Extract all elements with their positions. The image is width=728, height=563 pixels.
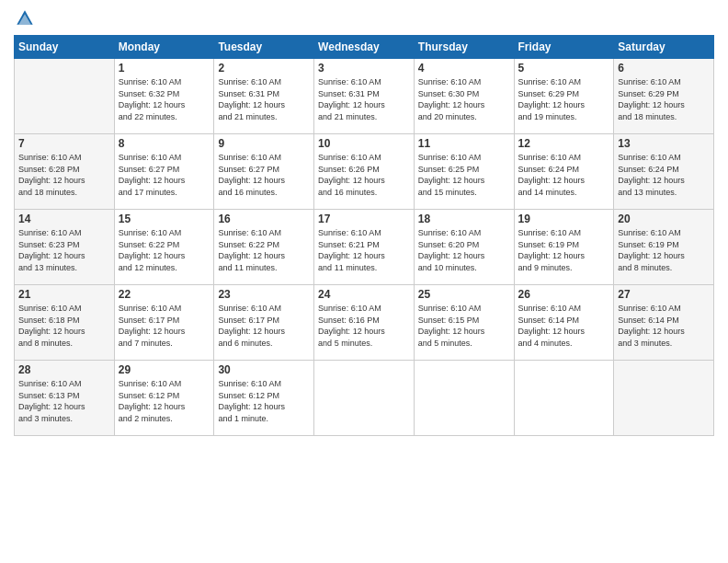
day-cell: 24Sunrise: 6:10 AM Sunset: 6:16 PM Dayli…: [314, 285, 415, 361]
day-cell: 12Sunrise: 6:10 AM Sunset: 6:24 PM Dayli…: [514, 134, 614, 210]
header-cell-thursday: Thursday: [414, 36, 514, 59]
day-cell: 25Sunrise: 6:10 AM Sunset: 6:15 PM Dayli…: [414, 285, 514, 361]
week-row-4: 28Sunrise: 6:10 AM Sunset: 6:13 PM Dayli…: [15, 361, 714, 436]
day-cell: 22Sunrise: 6:10 AM Sunset: 6:17 PM Dayli…: [114, 285, 214, 361]
day-info: Sunrise: 6:10 AM Sunset: 6:29 PM Dayligh…: [618, 76, 710, 122]
day-cell: 13Sunrise: 6:10 AM Sunset: 6:24 PM Dayli…: [614, 134, 714, 210]
logo: [14, 9, 34, 28]
header-cell-saturday: Saturday: [614, 36, 714, 59]
day-info: Sunrise: 6:10 AM Sunset: 6:24 PM Dayligh…: [618, 152, 710, 198]
day-number: 4: [418, 62, 510, 75]
day-cell: 10Sunrise: 6:10 AM Sunset: 6:26 PM Dayli…: [314, 134, 415, 210]
day-number: 17: [318, 213, 410, 225]
day-cell: 2Sunrise: 6:10 AM Sunset: 6:31 PM Daylig…: [214, 59, 314, 134]
calendar-table: SundayMondayTuesdayWednesdayThursdayFrid…: [14, 35, 714, 436]
day-cell: 27Sunrise: 6:10 AM Sunset: 6:14 PM Dayli…: [614, 285, 714, 361]
day-info: Sunrise: 6:10 AM Sunset: 6:18 PM Dayligh…: [18, 303, 110, 349]
day-number: 28: [18, 363, 110, 376]
header-cell-wednesday: Wednesday: [314, 36, 415, 59]
day-cell: 8Sunrise: 6:10 AM Sunset: 6:27 PM Daylig…: [114, 134, 214, 210]
page: SundayMondayTuesdayWednesdayThursdayFrid…: [0, 0, 728, 563]
logo-icon: [16, 9, 34, 28]
day-cell: 9Sunrise: 6:10 AM Sunset: 6:27 PM Daylig…: [214, 134, 314, 210]
day-number: 7: [18, 137, 110, 150]
week-row-1: 7Sunrise: 6:10 AM Sunset: 6:28 PM Daylig…: [15, 134, 714, 210]
day-info: Sunrise: 6:10 AM Sunset: 6:27 PM Dayligh…: [119, 152, 210, 198]
day-number: 26: [518, 288, 610, 301]
day-cell: 20Sunrise: 6:10 AM Sunset: 6:19 PM Dayli…: [614, 210, 714, 285]
day-number: 18: [418, 213, 510, 225]
day-cell: 6Sunrise: 6:10 AM Sunset: 6:29 PM Daylig…: [614, 59, 714, 134]
day-info: Sunrise: 6:10 AM Sunset: 6:14 PM Dayligh…: [518, 303, 610, 349]
day-info: Sunrise: 6:10 AM Sunset: 6:12 PM Dayligh…: [218, 378, 310, 424]
day-cell: [15, 59, 115, 134]
day-cell: 23Sunrise: 6:10 AM Sunset: 6:17 PM Dayli…: [214, 285, 314, 361]
day-number: 5: [518, 62, 610, 75]
day-cell: 14Sunrise: 6:10 AM Sunset: 6:23 PM Dayli…: [15, 210, 115, 285]
day-cell: 4Sunrise: 6:10 AM Sunset: 6:30 PM Daylig…: [414, 59, 514, 134]
day-cell: 21Sunrise: 6:10 AM Sunset: 6:18 PM Dayli…: [15, 285, 115, 361]
header-cell-monday: Monday: [114, 36, 214, 59]
day-cell: 16Sunrise: 6:10 AM Sunset: 6:22 PM Dayli…: [214, 210, 314, 285]
day-info: Sunrise: 6:10 AM Sunset: 6:19 PM Dayligh…: [518, 227, 610, 273]
day-cell: 29Sunrise: 6:10 AM Sunset: 6:12 PM Dayli…: [114, 361, 214, 436]
day-number: 30: [218, 363, 310, 376]
header: [14, 9, 714, 28]
day-number: 9: [218, 137, 310, 150]
day-cell: [314, 361, 415, 436]
day-info: Sunrise: 6:10 AM Sunset: 6:28 PM Dayligh…: [18, 152, 110, 198]
day-cell: 15Sunrise: 6:10 AM Sunset: 6:22 PM Dayli…: [114, 210, 214, 285]
day-info: Sunrise: 6:10 AM Sunset: 6:20 PM Dayligh…: [418, 227, 510, 273]
day-number: 23: [218, 288, 310, 301]
day-info: Sunrise: 6:10 AM Sunset: 6:31 PM Dayligh…: [218, 76, 310, 122]
day-info: Sunrise: 6:10 AM Sunset: 6:25 PM Dayligh…: [418, 152, 510, 198]
header-cell-tuesday: Tuesday: [214, 36, 314, 59]
day-number: 24: [318, 288, 410, 301]
day-info: Sunrise: 6:10 AM Sunset: 6:26 PM Dayligh…: [318, 152, 410, 198]
day-number: 15: [119, 213, 210, 225]
day-info: Sunrise: 6:10 AM Sunset: 6:30 PM Dayligh…: [418, 76, 510, 122]
day-cell: 26Sunrise: 6:10 AM Sunset: 6:14 PM Dayli…: [514, 285, 614, 361]
day-cell: 28Sunrise: 6:10 AM Sunset: 6:13 PM Dayli…: [15, 361, 115, 436]
day-cell: [414, 361, 514, 436]
header-cell-sunday: Sunday: [15, 36, 115, 59]
day-number: 20: [618, 213, 710, 225]
day-cell: 17Sunrise: 6:10 AM Sunset: 6:21 PM Dayli…: [314, 210, 415, 285]
day-info: Sunrise: 6:10 AM Sunset: 6:19 PM Dayligh…: [618, 227, 710, 273]
day-info: Sunrise: 6:10 AM Sunset: 6:17 PM Dayligh…: [119, 303, 210, 349]
header-cell-friday: Friday: [514, 36, 614, 59]
day-info: Sunrise: 6:10 AM Sunset: 6:15 PM Dayligh…: [418, 303, 510, 349]
week-row-2: 14Sunrise: 6:10 AM Sunset: 6:23 PM Dayli…: [15, 210, 714, 285]
day-info: Sunrise: 6:10 AM Sunset: 6:27 PM Dayligh…: [218, 152, 310, 198]
day-info: Sunrise: 6:10 AM Sunset: 6:12 PM Dayligh…: [119, 378, 210, 424]
day-number: 1: [119, 62, 210, 75]
day-cell: [614, 361, 714, 436]
day-info: Sunrise: 6:10 AM Sunset: 6:22 PM Dayligh…: [218, 227, 310, 273]
day-number: 13: [618, 137, 710, 150]
day-number: 12: [518, 137, 610, 150]
day-info: Sunrise: 6:10 AM Sunset: 6:16 PM Dayligh…: [318, 303, 410, 349]
day-cell: 3Sunrise: 6:10 AM Sunset: 6:31 PM Daylig…: [314, 59, 415, 134]
day-cell: 7Sunrise: 6:10 AM Sunset: 6:28 PM Daylig…: [15, 134, 115, 210]
day-info: Sunrise: 6:10 AM Sunset: 6:13 PM Dayligh…: [18, 378, 110, 424]
day-cell: 11Sunrise: 6:10 AM Sunset: 6:25 PM Dayli…: [414, 134, 514, 210]
day-number: 21: [18, 288, 110, 301]
day-info: Sunrise: 6:10 AM Sunset: 6:21 PM Dayligh…: [318, 227, 410, 273]
day-number: 22: [119, 288, 210, 301]
day-number: 27: [618, 288, 710, 301]
day-number: 16: [218, 213, 310, 225]
day-number: 10: [318, 137, 410, 150]
day-number: 2: [218, 62, 310, 75]
day-info: Sunrise: 6:10 AM Sunset: 6:29 PM Dayligh…: [518, 76, 610, 122]
header-row: SundayMondayTuesdayWednesdayThursdayFrid…: [15, 36, 714, 59]
day-cell: 30Sunrise: 6:10 AM Sunset: 6:12 PM Dayli…: [214, 361, 314, 436]
day-cell: 1Sunrise: 6:10 AM Sunset: 6:32 PM Daylig…: [114, 59, 214, 134]
day-info: Sunrise: 6:10 AM Sunset: 6:22 PM Dayligh…: [119, 227, 210, 273]
day-number: 6: [618, 62, 710, 75]
day-cell: 5Sunrise: 6:10 AM Sunset: 6:29 PM Daylig…: [514, 59, 614, 134]
day-info: Sunrise: 6:10 AM Sunset: 6:17 PM Dayligh…: [218, 303, 310, 349]
day-number: 14: [18, 213, 110, 225]
day-info: Sunrise: 6:10 AM Sunset: 6:32 PM Dayligh…: [119, 76, 210, 122]
day-info: Sunrise: 6:10 AM Sunset: 6:31 PM Dayligh…: [318, 76, 410, 122]
day-info: Sunrise: 6:10 AM Sunset: 6:14 PM Dayligh…: [618, 303, 710, 349]
